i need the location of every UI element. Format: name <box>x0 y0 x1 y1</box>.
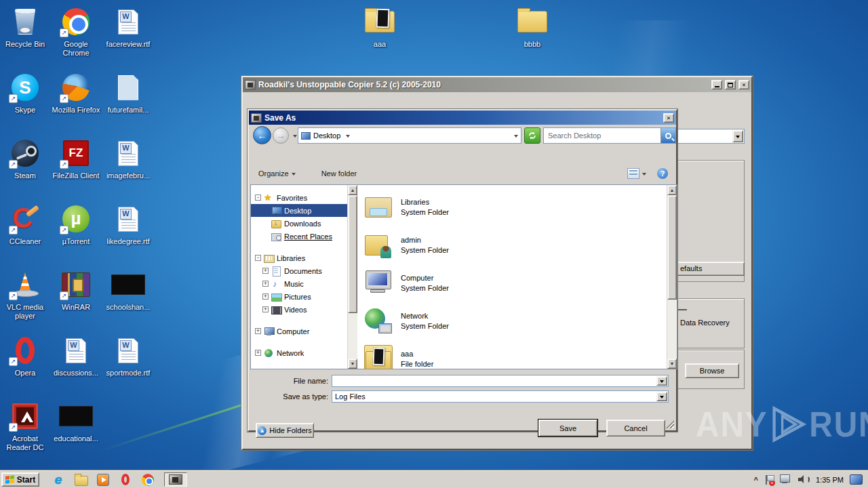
combo-dropdown-icon[interactable] <box>656 376 667 386</box>
refresh-button[interactable] <box>524 127 540 144</box>
tree-expander-icon[interactable] <box>262 281 269 287</box>
tray-clock[interactable]: 1:35 PM <box>816 476 844 484</box>
volume-icon[interactable] <box>798 474 810 485</box>
tree-item[interactable]: Desktop <box>251 204 347 217</box>
tree-item[interactable]: Music <box>251 277 347 290</box>
tree-expander-icon[interactable] <box>255 350 261 356</box>
tree-expander-icon[interactable] <box>262 268 269 274</box>
network-tray-icon[interactable] <box>780 474 792 485</box>
address-dropdown-icon[interactable] <box>514 135 518 140</box>
close-button[interactable]: × <box>738 80 749 89</box>
opera-icon[interactable] <box>119 473 132 487</box>
desktop-icon[interactable]: ↗ Steam <box>0 137 50 203</box>
maximize-button[interactable] <box>725 80 736 89</box>
collapse-chevron-icon[interactable]: ^ <box>754 476 758 484</box>
hide-folders-button[interactable]: ▲ Hide Folders <box>256 423 314 438</box>
tree-item[interactable]: Pictures <box>251 290 347 303</box>
save-type-select[interactable]: Log Files <box>332 390 669 403</box>
browse-button[interactable]: Browse <box>685 363 739 378</box>
shortcut-arrow-icon: ↗ <box>60 291 68 300</box>
scroll-up-icon[interactable]: ▲ <box>348 185 357 195</box>
desktop-icon[interactable]: ↗ facereview.rtf <box>103 5 153 71</box>
tree-expander-icon[interactable] <box>255 328 261 334</box>
file-list-item[interactable]: admin System Folder <box>364 226 667 264</box>
scroll-down-icon[interactable]: ▼ <box>348 359 357 369</box>
desktop-icon[interactable]: ↗ discussions... <box>51 334 101 400</box>
desktop-icon[interactable]: ↗ educational... <box>51 400 101 466</box>
tree-expander-icon[interactable] <box>262 306 269 312</box>
desktop-icon[interactable]: ↗ Mozilla Firefox <box>51 71 101 137</box>
tree-item[interactable]: Recent Places <box>251 230 347 243</box>
desktop-icon[interactable]: ↗ bbbb <box>508 5 557 49</box>
media-player-icon[interactable] <box>96 473 110 487</box>
tree-item[interactable]: Network <box>251 346 347 359</box>
desktop-icon[interactable]: ↗ aaa <box>355 5 404 49</box>
view-selector[interactable] <box>627 168 646 179</box>
internet-explorer-icon[interactable] <box>52 473 65 487</box>
breadcrumb-dropdown-icon[interactable] <box>346 135 350 140</box>
tree-expander-icon[interactable] <box>255 195 261 201</box>
desktop-icon[interactable]: ↗ CCleaner <box>0 203 50 268</box>
tree-expander-icon[interactable] <box>255 255 261 261</box>
shortcut-arrow-icon: ↗ <box>9 160 18 169</box>
dialog-titlebar[interactable]: Save As × <box>249 110 676 125</box>
display-tray-icon[interactable] <box>850 474 863 485</box>
desktop-icon[interactable]: ↗ sportmode.rtf <box>103 334 153 400</box>
search-button[interactable] <box>660 128 675 143</box>
tree-item[interactable]: Favorites <box>251 191 347 204</box>
forward-button[interactable]: → <box>273 127 289 144</box>
app-icon <box>245 80 256 89</box>
tree-scrollbar[interactable]: ▲ ▼ <box>347 185 357 369</box>
list-scrollbar[interactable]: ▲ ▼ <box>667 185 677 369</box>
desktop-icon[interactable]: ↗ µTorrent <box>51 203 101 268</box>
file-list-item[interactable]: aaa File folder <box>364 340 667 369</box>
desktop-icon[interactable]: ↗ schoolshan... <box>103 268 153 334</box>
scroll-up-icon[interactable]: ▲ <box>667 185 677 195</box>
new-folder-button[interactable]: New folder <box>321 169 357 178</box>
desktop-icon[interactable]: ↗ FileZilla Client <box>51 137 101 203</box>
save-button[interactable]: Save <box>538 420 597 436</box>
tree-expander-icon[interactable] <box>262 293 269 300</box>
app-window-titlebar[interactable]: Roadkil's Unstoppable Copier 5.2 (c) 200… <box>243 77 751 92</box>
desktop-icon[interactable]: ↗ futurefamil... <box>103 71 153 137</box>
file-name-input[interactable] <box>332 375 669 387</box>
desktop-icon[interactable]: ↗ Acrobat Reader DC <box>0 400 50 466</box>
tree-item[interactable]: Libraries <box>251 251 347 264</box>
dialog-close-button[interactable]: × <box>663 113 674 123</box>
combo-dropdown-icon[interactable] <box>732 130 743 142</box>
app-partial-combobox[interactable] <box>677 129 745 144</box>
file-list-item[interactable]: Libraries System Folder <box>364 188 667 226</box>
desktop-icon[interactable]: ↗ WinRAR <box>51 268 101 334</box>
resize-grip[interactable] <box>666 420 674 428</box>
help-icon[interactable]: ? <box>657 168 668 179</box>
breadcrumb[interactable]: Desktop <box>298 127 521 144</box>
active-task-button[interactable] <box>164 472 187 487</box>
explorer-folder-icon[interactable] <box>74 473 87 487</box>
organize-menu[interactable]: Organize <box>258 169 296 178</box>
combo-dropdown-icon[interactable] <box>656 392 667 401</box>
search-input[interactable]: Search Desktop <box>543 127 676 144</box>
tree-item[interactable]: Videos <box>251 303 347 316</box>
cancel-button[interactable]: Cancel <box>606 420 665 436</box>
tree-item[interactable]: Computer <box>251 325 347 338</box>
tree-item[interactable]: Downloads <box>251 217 347 230</box>
desktop-icon[interactable]: ↗ imagefebru... <box>103 137 153 203</box>
action-center-flag-icon[interactable]: × <box>764 474 774 485</box>
chrome-icon[interactable] <box>141 473 155 487</box>
minimize-button[interactable] <box>711 80 722 89</box>
desktop-icon[interactable]: ↗ likedegree.rtf <box>103 203 153 268</box>
breadcrumb-location[interactable]: Desktop <box>313 131 340 140</box>
desktop-icon[interactable]: ↗ VLC media player <box>0 268 50 334</box>
back-button[interactable]: ← <box>253 126 271 144</box>
file-list-item[interactable]: Computer System Folder <box>364 264 667 302</box>
desktop-icon-art: ↗ <box>508 5 557 38</box>
scroll-down-icon[interactable]: ▼ <box>667 359 677 369</box>
desktop-icon[interactable]: ↗ Google Chrome <box>51 5 101 71</box>
start-button[interactable]: Start <box>1 472 39 487</box>
desktop-icon[interactable]: ↗ Opera <box>0 334 50 400</box>
file-list-item[interactable]: Network System Folder <box>364 302 667 340</box>
nav-history-dropdown-icon[interactable] <box>293 135 297 140</box>
desktop-icon[interactable]: ↗ Recycle Bin <box>0 5 50 71</box>
tree-item[interactable]: Documents <box>251 264 347 277</box>
desktop-icon[interactable]: ↗ Skype <box>0 71 50 137</box>
